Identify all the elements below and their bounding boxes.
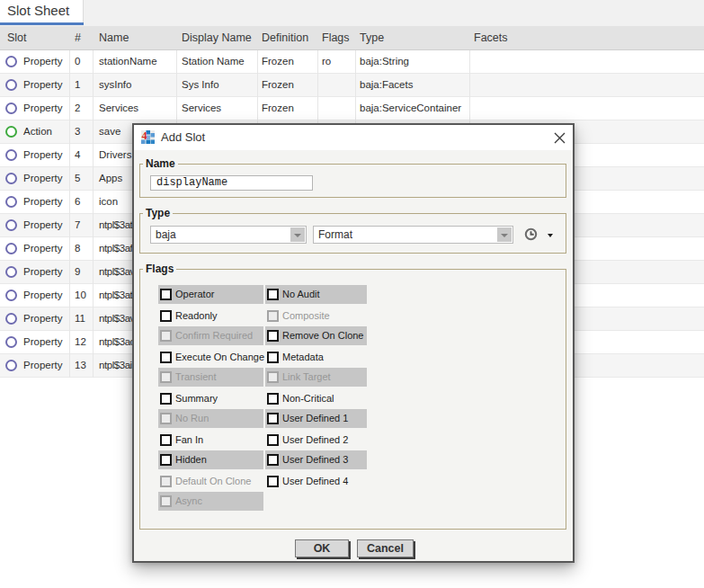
svg-text:4: 4	[142, 130, 147, 142]
